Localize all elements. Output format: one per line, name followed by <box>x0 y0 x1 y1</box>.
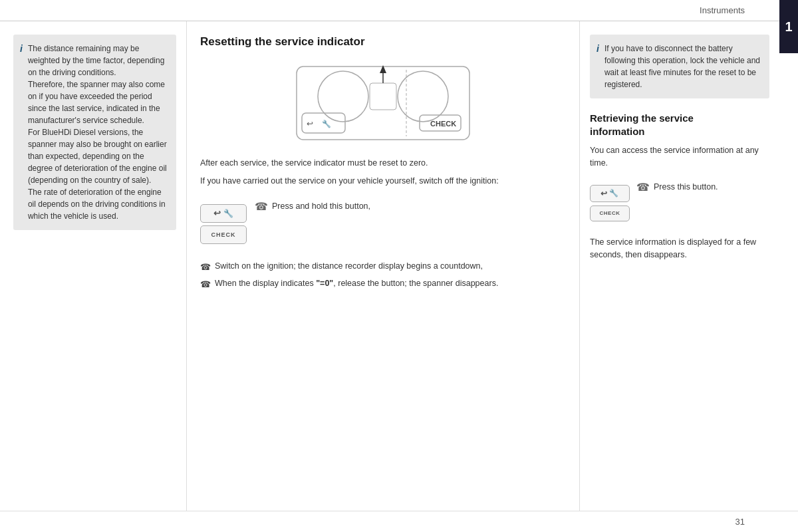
svg-point-2 <box>398 71 448 122</box>
press-hold-text: Press and hold this button, <box>272 201 370 211</box>
section-heading-reset: Resetting the service indicator <box>200 35 566 49</box>
sub-heading-line1: Retrieving the service <box>590 112 694 124</box>
info-box-left: i The distance remaining may be weighted… <box>13 35 176 230</box>
btn-top-right: ↩ 🔧 <box>590 185 630 202</box>
press-hold-row: ☎ Press and hold this button, <box>255 196 370 213</box>
btn-top-mid: ↩ 🔧 <box>200 204 247 223</box>
chapter-tab: 1 <box>779 0 798 53</box>
wrench-symbol-r: 🔧 <box>609 189 619 198</box>
arrow-2: ☎ <box>200 278 211 291</box>
svg-text:CHECK: CHECK <box>430 120 456 128</box>
chapter-number: 1 <box>785 19 792 35</box>
page-header: Instruments <box>0 0 798 21</box>
retrieve-press-section: ↩ 🔧 CHECK ☎ Press this button. <box>590 178 769 228</box>
wrench-symbol: 🔧 <box>223 209 234 218</box>
body-text-retrieve-2: The service information is displayed for… <box>590 236 769 262</box>
instruction-list: ☎ Switch on the ignition; the distance r… <box>200 260 566 291</box>
press-row-right: ☎ Press this button. <box>636 178 718 194</box>
dashboard-illustration: ↩ 🔧 CHECK <box>200 60 566 146</box>
instruction-item-1: ☎ Switch on the ignition; the distance r… <box>200 260 566 274</box>
sub-heading-line2: information <box>590 126 645 137</box>
arrow-symbol-r: ↩ <box>600 189 608 198</box>
body-text-retrieve-1: You can access the service information a… <box>590 144 769 170</box>
page-number: 31 <box>735 517 745 527</box>
dashboard-svg: ↩ 🔧 CHECK <box>290 60 476 146</box>
arrow-1: ☎ <box>200 261 211 274</box>
btn-check-right: CHECK <box>590 205 630 221</box>
info-box-right: i If you have to disconnect the battery … <box>590 35 769 98</box>
press-text-right: Press this button. <box>654 182 718 192</box>
page-footer: 31 <box>0 511 798 532</box>
info-icon-left: i <box>20 43 23 222</box>
check-label-right: CHECK <box>600 210 620 216</box>
main-content: i The distance remaining may be weighted… <box>0 21 779 511</box>
svg-text:↩: ↩ <box>307 119 313 128</box>
svg-rect-3 <box>370 83 396 110</box>
right-column: i If you have to disconnect the battery … <box>580 21 779 511</box>
middle-column: Resetting the service indicator <box>186 21 580 511</box>
sub-heading-retrieve: Retrieving the service information <box>590 112 769 138</box>
instruction-item-2: ☎ When the display indicates "=0", relea… <box>200 277 566 291</box>
left-column: i The distance remaining may be weighted… <box>0 21 186 511</box>
info-text-right: If you have to disconnect the battery fo… <box>604 43 763 90</box>
phone-icon-right: ☎ <box>636 181 650 194</box>
info-text-left: The distance remaining may be weighted b… <box>28 43 168 222</box>
phone-icon-mid: ☎ <box>255 200 268 213</box>
arrow-symbol: ↩ <box>213 208 221 218</box>
svg-text:🔧: 🔧 <box>322 119 331 128</box>
btn-check-mid: CHECK <box>200 225 247 244</box>
info-icon-right: i <box>597 43 599 90</box>
instruction-text-2: When the display indicates "=0", release… <box>215 277 498 291</box>
header-title: Instruments <box>700 5 745 15</box>
press-hold-section: ↩ 🔧 CHECK ☎ Press and hold this button, <box>200 196 566 252</box>
button-illustration-right: ↩ 🔧 CHECK <box>590 185 630 221</box>
check-label-mid: CHECK <box>211 231 235 238</box>
instruction-text-1: Switch on the ignition; the distance rec… <box>215 260 483 274</box>
retrieve-section: Retrieving the service information You c… <box>590 112 769 262</box>
button-illustration-mid: ↩ 🔧 CHECK <box>200 204 247 244</box>
body-text-reset-2: If you have carried out the service on y… <box>200 175 566 188</box>
body-text-reset-1: After each service, the service indicato… <box>200 157 566 170</box>
